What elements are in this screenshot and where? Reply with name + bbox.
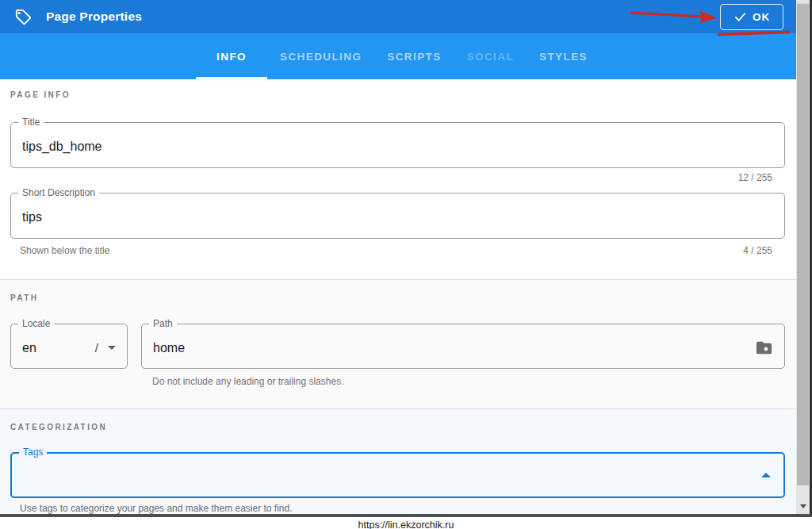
dialog-header: Page Properties OK bbox=[0, 0, 796, 33]
path-field[interactable]: Path bbox=[141, 324, 785, 369]
scrollbar-down-button[interactable] bbox=[796, 500, 810, 512]
tab-styles[interactable]: STYLES bbox=[527, 33, 600, 79]
path-hint: Do not include any leading or trailing s… bbox=[152, 376, 785, 387]
categorization-section-label: CATEGORIZATION bbox=[10, 423, 785, 431]
locale-separator: / bbox=[95, 341, 98, 355]
ok-button-label: OK bbox=[753, 11, 770, 23]
tab-info[interactable]: INFO bbox=[196, 33, 267, 79]
tags-field-label: Tags bbox=[19, 447, 47, 458]
dialog-title: Page Properties bbox=[46, 10, 142, 24]
tab-bar: INFO SCHEDULING SCRIPTS SOCIAL STYLES bbox=[0, 33, 796, 79]
tags-input[interactable] bbox=[23, 470, 772, 484]
tab-scripts[interactable]: SCRIPTS bbox=[374, 33, 454, 79]
page-info-section-label: PAGE INFO bbox=[10, 90, 785, 99]
ok-button[interactable]: OK bbox=[720, 4, 783, 30]
page-properties-dialog: Page Properties OK INFO SCHEDULING SCRIP… bbox=[0, 0, 812, 529]
tag-icon bbox=[14, 8, 33, 26]
title-input[interactable] bbox=[22, 140, 773, 154]
tab-social: SOCIAL bbox=[454, 33, 527, 79]
locale-value: en bbox=[22, 341, 89, 355]
path-input[interactable] bbox=[153, 341, 747, 355]
title-field[interactable]: Title bbox=[10, 122, 785, 168]
tags-field[interactable]: Tags bbox=[10, 452, 785, 498]
tab-scheduling[interactable]: SCHEDULING bbox=[267, 33, 374, 79]
tags-hint: Use tags to categorize your pages and ma… bbox=[10, 503, 785, 514]
title-field-label: Title bbox=[18, 117, 44, 128]
section-page-info: PAGE INFO Title 12 / 255 Short Descripti… bbox=[0, 79, 796, 279]
description-field-label: Short Description bbox=[18, 187, 99, 198]
locale-field-label: Locale bbox=[18, 318, 54, 329]
chevron-up-icon[interactable] bbox=[761, 473, 771, 477]
folder-search-icon[interactable] bbox=[755, 339, 773, 357]
description-hint: Shown below the title bbox=[10, 245, 109, 256]
status-bar: https://lin.ekzorchik.ru bbox=[0, 517, 812, 529]
title-char-counter: 12 / 255 bbox=[10, 172, 785, 183]
section-categorization: CATEGORIZATION Tags Use tags to categori… bbox=[0, 408, 796, 514]
description-input[interactable] bbox=[22, 210, 773, 224]
status-link-url: https://lin.ekzorchik.ru bbox=[358, 519, 454, 529]
description-field[interactable]: Short Description bbox=[10, 193, 785, 239]
scrollbar[interactable] bbox=[796, 0, 810, 514]
description-char-counter: 4 / 255 bbox=[743, 245, 785, 256]
chevron-down-icon bbox=[108, 346, 116, 350]
path-section-label: PATH bbox=[10, 293, 785, 302]
scroll-down-icon bbox=[800, 504, 806, 508]
locale-field[interactable]: Locale en / bbox=[10, 324, 128, 369]
path-field-label: Path bbox=[149, 318, 177, 329]
section-path: PATH Locale en / Path bbox=[0, 279, 796, 408]
scrollbar-thumb[interactable] bbox=[797, 3, 809, 485]
check-icon bbox=[733, 10, 747, 24]
